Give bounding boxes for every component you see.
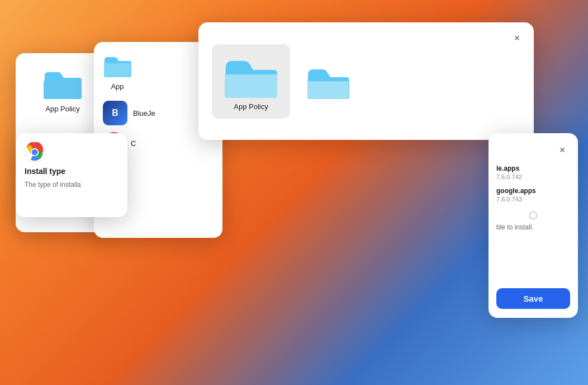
install-title: Install type bbox=[25, 167, 118, 176]
close-button-center[interactable]: × bbox=[509, 30, 525, 46]
bluej-label: BlueJe bbox=[133, 109, 155, 118]
blueJ-row: B BlueJe bbox=[103, 97, 155, 129]
card-right-panel: × le.apps 7.6.0.742 google.apps 7.6.0.74… bbox=[489, 133, 578, 318]
folder-highlight: App Policy bbox=[212, 44, 290, 119]
chrome-label: C bbox=[131, 139, 136, 148]
right-item-3-note: ble to install. bbox=[496, 223, 570, 232]
right-item-2-ver: 7.6.0.743 bbox=[496, 196, 570, 203]
right-item-2-title: google.apps bbox=[496, 187, 570, 195]
close-button-right[interactable]: × bbox=[554, 142, 570, 158]
right-item-2: google.apps 7.6.0.743 bbox=[496, 187, 570, 203]
folder-col-mid: App bbox=[103, 53, 132, 91]
save-button[interactable]: Save bbox=[496, 288, 570, 309]
folder-icon-mid bbox=[103, 53, 132, 78]
folder-col-left: App Policy bbox=[42, 67, 83, 113]
center-body: App Policy bbox=[212, 44, 520, 119]
folder-large-icon bbox=[223, 52, 279, 99]
right-item-1: le.apps 7.6.0.742 bbox=[496, 165, 570, 180]
card-install-type: Install type The type of installa bbox=[16, 133, 127, 217]
install-chrome-svg bbox=[25, 142, 45, 162]
folder-label-left: App Policy bbox=[45, 105, 79, 113]
right-item-1-ver: 7.6.0.742 bbox=[496, 173, 570, 180]
bluej-letter: B bbox=[112, 108, 118, 118]
svg-point-5 bbox=[32, 149, 38, 156]
install-chrome-row bbox=[25, 142, 118, 162]
right-item-1-title: le.apps bbox=[496, 165, 570, 172]
folder-col-center-2 bbox=[306, 63, 350, 100]
folder-icon-left bbox=[42, 67, 83, 100]
stepper-icon: ⬡ bbox=[496, 209, 570, 222]
install-chrome-icon bbox=[25, 142, 45, 162]
folder-medium-icon bbox=[306, 63, 350, 100]
right-item-3: ⬡ ble to install. bbox=[496, 209, 570, 232]
folder-label-mid: App bbox=[111, 82, 124, 91]
close-icon-center: × bbox=[514, 33, 520, 43]
close-icon-right: × bbox=[559, 145, 566, 155]
bluej-icon: B bbox=[103, 101, 127, 125]
folder-label-center: App Policy bbox=[234, 102, 268, 111]
card-center-folder: × App Policy bbox=[198, 22, 534, 140]
install-subtitle: The type of installa bbox=[25, 180, 118, 190]
